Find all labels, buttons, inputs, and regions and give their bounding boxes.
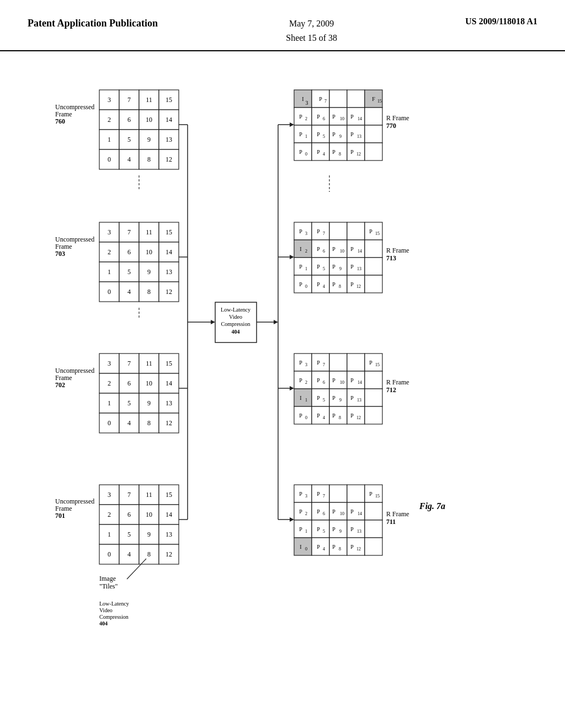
svg-rect-228 (294, 240, 312, 258)
svg-text:8: 8 (147, 550, 151, 558)
svg-text:713: 713 (386, 254, 396, 262)
svg-text:8: 8 (339, 152, 341, 157)
svg-text:P: P (332, 544, 335, 550)
date: May 7, 2009 (289, 19, 334, 28)
svg-rect-335 (312, 502, 329, 520)
svg-text:5: 5 (323, 134, 325, 139)
svg-text:7: 7 (127, 360, 131, 367)
svg-text:7: 7 (323, 362, 325, 367)
svg-text:1: 1 (305, 266, 307, 271)
svg-rect-302 (347, 389, 365, 406)
svg-text:P: P (350, 395, 354, 401)
svg-rect-250 (347, 258, 365, 275)
svg-text:7: 7 (323, 494, 325, 499)
svg-text:P: P (317, 264, 320, 270)
svg-text:6: 6 (323, 511, 325, 516)
svg-text:P: P (299, 281, 302, 287)
svg-rect-257 (312, 275, 329, 293)
svg-text:9: 9 (147, 399, 151, 407)
svg-text:711: 711 (386, 518, 396, 526)
svg-text:Video: Video (99, 607, 113, 613)
svg-text:14: 14 (166, 248, 172, 256)
svg-text:4: 4 (127, 419, 131, 427)
svg-text:"Tiles": "Tiles" (99, 582, 118, 590)
svg-rect-254 (294, 275, 312, 293)
svg-text:14: 14 (358, 249, 362, 254)
svg-text:1: 1 (305, 529, 307, 534)
svg-rect-223 (329, 222, 347, 240)
svg-rect-210 (347, 143, 365, 160)
svg-text:R Frame: R Frame (386, 378, 409, 386)
svg-text:14: 14 (166, 511, 172, 518)
svg-text:I: I (300, 395, 301, 401)
svg-text:14: 14 (358, 511, 362, 516)
svg-rect-327 (329, 485, 347, 502)
svg-text:4: 4 (127, 156, 131, 163)
diagram: text { font-family: 'Times New Roman', T… (50, 79, 543, 688)
svg-text:13: 13 (166, 268, 172, 276)
svg-text:8: 8 (339, 415, 341, 420)
svg-text:P: P (317, 228, 320, 234)
svg-text:11: 11 (146, 96, 152, 104)
svg-text:0: 0 (108, 288, 111, 296)
svg-text:15: 15 (166, 228, 172, 236)
svg-text:5: 5 (127, 531, 131, 538)
svg-text:F: F (372, 96, 375, 102)
svg-text:404: 404 (99, 620, 108, 627)
svg-marker-159 (290, 255, 294, 259)
svg-rect-318 (365, 406, 382, 424)
svg-text:10: 10 (146, 116, 152, 124)
svg-text:5: 5 (127, 136, 131, 143)
patent-number: US 2009/118018 A1 (465, 17, 537, 26)
svg-text:P: P (332, 508, 335, 515)
svg-rect-241 (294, 258, 312, 275)
svg-text:8: 8 (339, 284, 341, 289)
svg-text:14: 14 (166, 116, 172, 124)
svg-rect-305 (365, 389, 382, 406)
svg-text:P: P (332, 149, 335, 155)
svg-text:10: 10 (340, 511, 344, 516)
svg-text:2: 2 (305, 116, 307, 121)
svg-text:0: 0 (305, 415, 307, 420)
svg-marker-161 (290, 386, 294, 390)
svg-text:8: 8 (147, 288, 151, 296)
svg-text:3: 3 (108, 491, 111, 499)
svg-text:0: 0 (305, 547, 307, 552)
svg-text:P: P (299, 228, 302, 234)
svg-text:0: 0 (305, 284, 307, 289)
svg-text:0: 0 (305, 152, 307, 157)
svg-rect-184 (347, 108, 365, 125)
svg-text:Uncompressed: Uncompressed (55, 367, 94, 374)
svg-text:770: 770 (386, 122, 396, 130)
svg-text:15: 15 (166, 491, 172, 499)
svg-rect-276 (347, 354, 365, 371)
svg-text:I: I (302, 96, 303, 102)
svg-text:13: 13 (166, 399, 172, 407)
svg-rect-292 (365, 371, 382, 389)
svg-rect-370 (365, 538, 382, 555)
svg-rect-204 (312, 143, 329, 160)
svg-text:10: 10 (146, 248, 152, 256)
svg-text:1: 1 (108, 531, 111, 538)
svg-text:5: 5 (323, 398, 325, 403)
svg-text:10: 10 (340, 249, 344, 254)
svg-text:7: 7 (127, 228, 131, 236)
svg-rect-213 (365, 143, 382, 160)
svg-rect-289 (347, 371, 365, 389)
svg-text:9: 9 (339, 529, 342, 534)
svg-text:P: P (350, 149, 354, 155)
svg-text:P: P (317, 413, 320, 419)
svg-text:P: P (350, 246, 354, 252)
svg-rect-329 (365, 485, 382, 502)
svg-text:P: P (369, 491, 372, 497)
svg-rect-240 (365, 240, 382, 258)
svg-text:P: P (317, 360, 320, 366)
svg-text:10: 10 (340, 116, 344, 121)
svg-text:703: 703 (55, 250, 65, 258)
svg-text:12: 12 (356, 415, 361, 420)
svg-text:701: 701 (55, 512, 65, 520)
svg-text:P: P (317, 377, 320, 383)
svg-text:P: P (332, 114, 335, 120)
svg-text:14: 14 (358, 116, 362, 121)
svg-text:4: 4 (323, 547, 325, 552)
